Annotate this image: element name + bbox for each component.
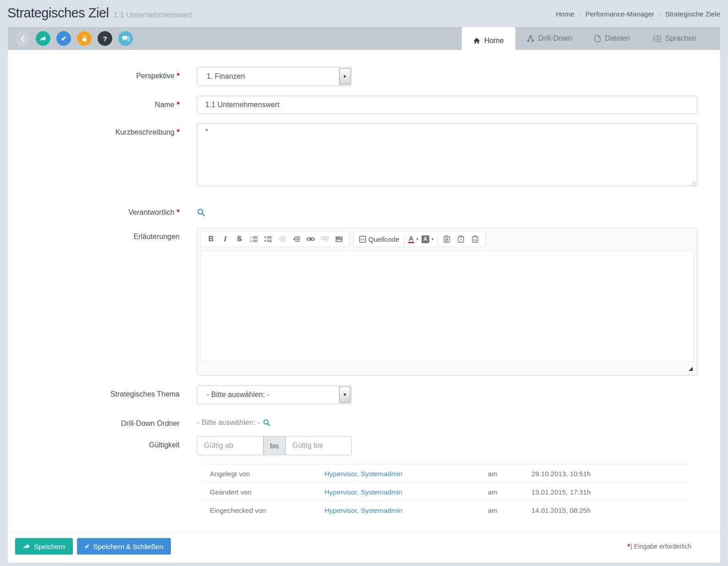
form-panel: Perspektive* 1. Finanzen ▼ Name* Kurzbes… [8,50,720,563]
meta-am: am [488,488,531,496]
italic-button[interactable]: I [218,233,232,245]
unlink-icon [321,236,329,242]
paste-icon [443,235,450,243]
paste-word-button[interactable]: W [468,233,482,245]
meta-user-link[interactable]: Hypervisor, Systemadmin [324,488,488,496]
image-button[interactable] [332,233,346,245]
panel-area: ✔ ? Home [8,27,720,563]
question-icon: ? [103,35,107,43]
row-erlaeuterungen: Erläuterungen B I S 1 2 [8,228,720,376]
table-row: Eingechecked von Hypervisor, Systemadmin… [203,501,689,519]
link-icon [307,237,315,241]
page-subtitle: 1.1 Unternehmenswert [114,11,192,20]
save-circle-button[interactable] [36,31,50,46]
caret-down-icon: ▾ [432,237,434,241]
breadcrumb-item-home[interactable]: Home [556,10,575,18]
row-gueltigkeit: Gültigkeit bis [8,436,720,455]
confirm-circle-button[interactable]: ✔ [56,31,71,46]
tab-label: Home [484,37,504,45]
breadcrumb: Home / Performance-Manager / Strategisch… [556,10,721,18]
svg-text:T: T [460,238,462,242]
indent-button[interactable] [289,233,303,245]
outdent-button[interactable] [275,233,289,245]
unordered-list-icon [264,236,272,242]
strategisches-thema-label: Strategisches Thema [8,385,180,398]
strikethrough-button[interactable]: S [232,233,246,245]
indent-icon [293,236,300,242]
drilldown-ordner-value: - Bitte auswählen: - [197,419,260,427]
tab-drill-down[interactable]: Drill-Down [515,27,584,50]
toolbar-circle-buttons: ✔ ? [15,31,133,46]
back-button[interactable] [15,31,30,46]
svg-text:A: A [654,37,657,41]
meta-label: Eingechecked von [203,506,324,514]
editor-resize-handle[interactable] [689,367,693,371]
drilldown-ordner-label: Drill-Down Ordner [8,414,180,428]
bis-addon: bis [263,436,285,455]
source-button-label: Quellcode [368,235,400,243]
name-label: Name* [8,96,180,109]
tab-label: Sprachen [665,34,697,43]
resize-grip-icon[interactable] [691,181,695,185]
kurzbeschreibung-label: Kurzbeschreibung* [8,123,180,136]
bold-button[interactable]: B [204,233,218,245]
share-arrow-icon [39,36,47,42]
check-icon: ✔ [85,543,90,550]
editor-bottom-bar [200,362,694,372]
tab-home[interactable]: Home [462,27,515,54]
breadcrumb-separator: / [659,10,661,18]
share-arrow-icon [23,544,30,550]
file-icon [595,35,601,42]
unlink-button[interactable] [317,233,332,245]
required-note: *) Eingabe erforderlich [628,543,691,550]
meta-user-link[interactable]: Hypervisor, Systemadmin [324,470,488,478]
drilldown-search-button[interactable] [263,419,270,426]
ordered-list-button[interactable]: 1 2 [246,233,261,245]
editor-toolbar-group-extra: <> Quellcode A ▾ A ▾ [354,231,486,247]
gueltig-bis-input[interactable] [285,436,352,455]
breadcrumb-item-strategische-ziele[interactable]: Strategische Ziele [665,10,720,18]
text-color-button[interactable]: A ▾ [406,233,421,245]
meta-date: 13.01.2015, 17:31h [531,488,591,496]
row-name: Name* [8,96,720,114]
caret-down-icon[interactable]: ▼ [339,386,350,403]
perspektive-select-value: 1. Finanzen [197,67,351,86]
paste-button[interactable] [440,233,454,245]
breadcrumb-item-performance-manager[interactable]: Performance-Manager [586,10,654,18]
tab-sprachen[interactable]: A Sprachen [642,27,708,50]
comments-icon [122,35,130,42]
name-field[interactable] [197,96,697,114]
toolbar: ✔ ? Home [8,27,720,50]
meta-user-link[interactable]: Hypervisor, Systemadmin [324,506,488,514]
perspektive-select[interactable]: 1. Finanzen ▼ [197,67,352,86]
strategisches-thema-select[interactable]: - Bitte auswählen: - ▼ [197,385,352,404]
kurzbeschreibung-textarea[interactable]: * [197,123,697,186]
caret-down-icon[interactable]: ▼ [339,68,350,85]
tab-dateien[interactable]: Dateien [583,27,641,50]
unordered-list-button[interactable] [261,233,275,245]
row-kurzbeschreibung: Kurzbeschreibung* * [8,123,720,188]
erlaeuterungen-editor-content[interactable] [200,250,694,362]
svg-text:2: 2 [250,239,252,242]
gueltigkeit-input-group: bis [197,436,352,455]
help-circle-button[interactable]: ? [98,31,112,46]
row-perspektive: Perspektive* 1. Finanzen ▼ [8,67,720,86]
meta-date: 14.01.2015, 08:25h [531,506,591,514]
source-button[interactable]: <> Quellcode [357,233,401,245]
table-row: Angelegt von Hypervisor, Systemadmin am … [203,464,689,483]
required-marker: * [177,101,180,109]
comments-circle-button[interactable] [118,31,133,46]
toolbar-separator [437,234,438,244]
gueltig-ab-input[interactable] [197,436,263,455]
unlock-icon [82,35,88,42]
paste-text-button[interactable]: T [454,233,468,245]
background-color-button[interactable]: A ▾ [421,233,435,245]
lock-circle-button[interactable] [77,31,92,46]
verantwortlich-search-button[interactable] [197,203,205,217]
link-button[interactable] [303,233,317,245]
save-button[interactable]: Speichern [15,538,73,555]
save-close-button[interactable]: ✔ Speichern & Schließen [77,538,171,555]
ordered-list-icon: 1 2 [250,236,257,242]
row-verantwortlich: Verantwortlich* [8,203,720,218]
save-close-button-label: Speichern & Schließen [93,543,163,550]
